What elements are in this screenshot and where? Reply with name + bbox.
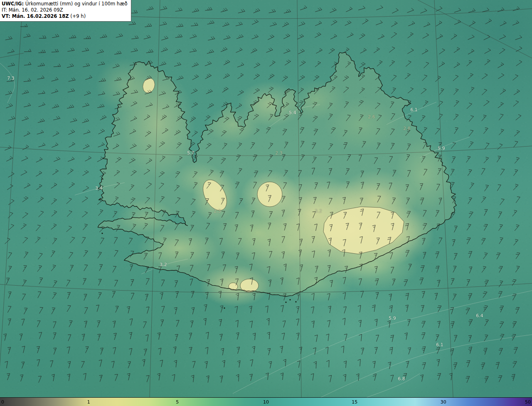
colorbar-tick: 1	[87, 400, 90, 404]
colorbar-tick: 30	[441, 400, 446, 404]
precip-wind-map-canvas	[0, 0, 532, 398]
precip-colorbar: 01510153050	[0, 397, 532, 406]
colorbar-tick: 15	[352, 400, 357, 404]
info-box: UWC/IG: Úrkomumætti (mm) og vindur í 100…	[0, 0, 131, 22]
model-label: UWC/IG:	[2, 1, 24, 7]
weather-map-root: 7.35.46.12.62.85.95.72.33.42.33.23.25.96…	[0, 0, 532, 406]
valid-offset: (+9 h)	[70, 13, 86, 19]
init-time: IT: Mán. 16. 02. 2026 09Z	[2, 7, 128, 13]
colorbar-tick: 5	[176, 400, 179, 404]
colorbar-tick: 50	[525, 400, 531, 404]
valid-time: VT: Mán. 16.02.2026 18Z (+9 h)	[2, 13, 128, 20]
map-title: UWC/IG: Úrkomumætti (mm) og vindur í 100…	[2, 1, 128, 7]
colorbar-tick: 10	[263, 400, 269, 404]
title-text: Úrkomumætti (mm) og vindur í 100m hæð	[25, 1, 128, 7]
valid-time-bold: VT: Mán. 16.02.2026 18Z	[2, 13, 69, 19]
colorbar-tick: 0	[1, 400, 4, 404]
